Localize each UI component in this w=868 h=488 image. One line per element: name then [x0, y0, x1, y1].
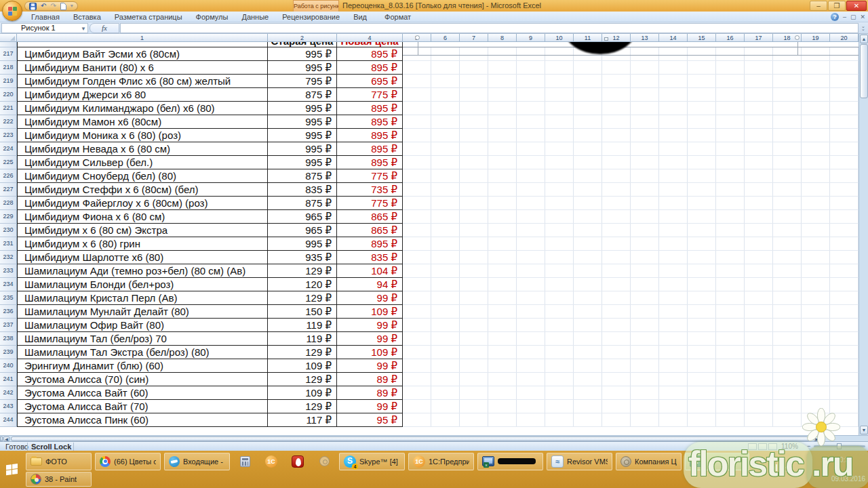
tab-5[interactable]: Рецензирование [275, 12, 347, 22]
row-header-224[interactable]: 224 [0, 142, 17, 156]
cell-new-price[interactable]: 895 ₽ [337, 237, 403, 251]
cell-old-price[interactable]: 875 ₽ [268, 88, 337, 102]
cell-old-price[interactable]: 150 ₽ [268, 305, 337, 319]
start-button[interactable] [0, 451, 24, 488]
speaker-icon[interactable] [785, 464, 790, 471]
row-header-230[interactable]: 230 [0, 224, 17, 237]
formula-input[interactable] [120, 23, 859, 33]
cell-product-name[interactable]: Цимбидиум Сильвер (бел.) [17, 156, 268, 169]
tab-split-handle[interactable] [0, 436, 3, 441]
empty-cells[interactable] [403, 305, 859, 319]
cell-product-name[interactable]: Шамилациум Мунлайт Делайт (80) [17, 305, 268, 319]
taskbar-button-folder[interactable]: ФОТО [26, 453, 92, 470]
normal-view-button[interactable] [748, 443, 757, 450]
taskbar-icon-calculator[interactable] [233, 453, 256, 470]
tab-2[interactable]: Разметка страницы [108, 12, 189, 22]
cell-product-name[interactable]: Цимбидиум х 6 (80) грин [17, 237, 268, 251]
empty-cells[interactable] [403, 237, 859, 251]
row-header-234[interactable]: 234 [0, 278, 17, 291]
cell-old-price[interactable]: 995 ₽ [268, 156, 337, 169]
cell-old-price[interactable]: 995 ₽ [268, 237, 337, 251]
cell-new-price[interactable]: 775 ₽ [337, 169, 403, 183]
cell-old-price[interactable]: 120 ₽ [268, 278, 337, 291]
empty-cells[interactable] [403, 413, 859, 427]
column-header-14[interactable]: 14 [659, 34, 688, 42]
column-header-7[interactable]: 7 [460, 34, 488, 42]
cell-product-name[interactable]: Шамилациум Тал (бел/роз) 70 [17, 332, 268, 346]
tab-0[interactable]: Главная [24, 12, 66, 22]
cell-new-price[interactable]: 99 ₽ [337, 332, 403, 346]
empty-cells[interactable] [403, 183, 859, 197]
cell-new-price[interactable]: 99 ₽ [337, 400, 403, 413]
empty-cells[interactable] [403, 169, 859, 183]
horizontal-scrollbar[interactable]: ◀ ▶ [0, 435, 868, 441]
cell-product-name[interactable]: Шамилациум Кристал Перл (Ав) [17, 291, 268, 305]
cell-product-name[interactable]: Эустома Алисса Вайт (70) [17, 400, 268, 413]
scroll-down-icon[interactable]: ▼ [860, 426, 868, 434]
taskbar-button-revisor[interactable]: ≈Revisor VMS Кл... [547, 453, 612, 470]
name-box-dropdown-icon[interactable]: ▼ [81, 24, 86, 33]
cell-old-price[interactable]: 995 ₽ [268, 129, 337, 142]
minimize-button[interactable]: – [810, 1, 827, 11]
cell-product-name[interactable]: Эустома Алисса Вайт (60) [17, 386, 268, 400]
cell-product-name[interactable]: Шамилациум Ади (темно роз+бел) (80 см) (… [17, 264, 268, 278]
empty-cells[interactable] [403, 210, 859, 224]
cell-new-price[interactable]: 895 ₽ [337, 142, 403, 156]
taskbar-button-excel[interactable]: X [685, 453, 749, 470]
page-break-view-button[interactable] [768, 443, 777, 450]
restore-button[interactable]: ❐ [828, 1, 846, 11]
cell-old-price[interactable]: 129 ₽ [268, 291, 337, 305]
column-header-1[interactable]: 1 [17, 34, 268, 42]
cell-product-name[interactable]: Цимбидиум Моника х 6 (80) (роз) [17, 129, 268, 142]
cell-old-price[interactable]: 129 ₽ [268, 400, 337, 413]
row-header-218[interactable]: 218 [0, 61, 17, 75]
cell-old-price[interactable]: 119 ₽ [268, 332, 337, 346]
row-header-223[interactable]: 223 [0, 129, 17, 142]
empty-cells[interactable] [403, 264, 859, 278]
cell-old-price[interactable]: 109 ₽ [268, 386, 337, 400]
page-layout-view-button[interactable] [758, 443, 767, 450]
cell-product-name[interactable]: Цимбидиум Голден Флис х6 (80 см) желтый [17, 75, 268, 88]
row-header-227[interactable]: 227 [0, 183, 17, 197]
column-header-11[interactable]: 11 [574, 34, 602, 42]
cell-old-price[interactable]: 995 ₽ [268, 115, 337, 129]
cell-product-name[interactable]: Цимбидиум Вайт Эсми х6 (80см) [17, 47, 268, 61]
row-header-232[interactable]: 232 [0, 251, 17, 264]
cell-product-name[interactable]: Цимбидиум Сноуберд (бел) (80) [17, 169, 268, 183]
office-button[interactable] [2, 1, 22, 21]
empty-cells[interactable] [403, 75, 859, 88]
empty-cells[interactable] [403, 115, 859, 129]
row-header-219[interactable]: 219 [0, 75, 17, 88]
cell-old-price[interactable]: 129 ₽ [268, 264, 337, 278]
column-header-9[interactable]: 9 [517, 34, 545, 42]
network-icon[interactable] [772, 464, 780, 471]
cell-new-price[interactable]: 895 ₽ [337, 102, 403, 115]
empty-cells[interactable] [403, 400, 859, 413]
empty-cells[interactable] [403, 359, 859, 373]
empty-cells[interactable] [403, 197, 859, 210]
cell-new-price[interactable]: 775 ₽ [337, 197, 403, 210]
cell-product-name[interactable]: Цимбидиум х 6 (80 см) Экстра [17, 224, 268, 237]
cell-new-price[interactable]: 99 ₽ [337, 359, 403, 373]
empty-cells[interactable] [403, 61, 859, 75]
row-header-225[interactable]: 225 [0, 156, 17, 169]
taskbar-button-skype[interactable]: S4Skype™ [4] - rus... [339, 453, 405, 470]
cell-product-name[interactable]: Цимбидиум Джерси х6 80 [17, 88, 268, 102]
save-icon[interactable] [29, 3, 37, 10]
cell-old-price[interactable]: 129 ₽ [268, 346, 337, 359]
cell-product-name[interactable]: Цимбидиум Файерглоу х 6 (80см) (роз) [17, 197, 268, 210]
cell-new-price[interactable]: 109 ₽ [337, 305, 403, 319]
cell-old-price[interactable]: 965 ₽ [268, 210, 337, 224]
empty-cells[interactable] [403, 278, 859, 291]
empty-cells[interactable] [403, 346, 859, 359]
taskbar-button-chrome[interactable]: (66) Цветы от М... [95, 453, 161, 470]
row-header-241[interactable]: 241 [0, 373, 17, 386]
horizontal-scroll-thumb[interactable] [11, 436, 811, 441]
row-header-235[interactable]: 235 [0, 291, 17, 305]
tab-4[interactable]: Данные [235, 12, 275, 22]
workbook-restore-icon[interactable]: ▢ [850, 13, 856, 21]
cell-new-price[interactable]: 775 ₽ [337, 88, 403, 102]
tab-1[interactable]: Вставка [66, 12, 108, 22]
zoom-out-icon[interactable]: − [807, 443, 810, 449]
cell-product-name[interactable]: Цимбидиум Шарлотте х6 (80) [17, 251, 268, 264]
